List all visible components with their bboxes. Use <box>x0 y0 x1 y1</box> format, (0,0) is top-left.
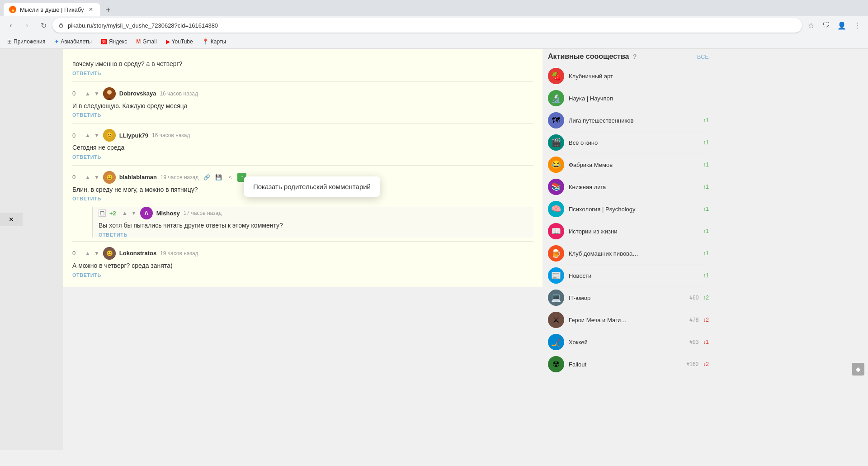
sidebar: Активные сооощества ? ВСЕ 🍓Клубничный ар… <box>542 49 714 450</box>
community-name: Лига путешественников <box>569 117 698 124</box>
comment-4-reply[interactable]: ОТВЕТИТЬ <box>72 196 533 201</box>
comment-3-vote-down[interactable]: ▼ <box>94 132 99 138</box>
community-item[interactable]: 🧠Психология | Psychology↑1 <box>548 198 709 220</box>
address-bar[interactable]: pikabu.ru/story/myisli_v_dushe_7230628?c… <box>52 18 802 33</box>
community-icon: ☢ <box>548 356 564 372</box>
community-trend: ↑1 <box>703 117 709 124</box>
comments-container: почему именно в среду? а в четверг? ОТВЕ… <box>63 49 542 287</box>
community-item[interactable]: 😂Фабрика Мемов↑1 <box>548 154 709 176</box>
see-all-link[interactable]: ВСЕ <box>697 53 709 60</box>
comment-5-avatar: Λ <box>140 207 153 219</box>
active-tab[interactable]: 🔥 Мысли в душе | Пикабу ✕ <box>4 3 100 16</box>
parent-comment-tooltip: Показать родительский комментарий <box>244 176 380 197</box>
svg-point-2 <box>107 90 112 95</box>
community-icon: 📚 <box>548 179 564 195</box>
share-icon[interactable]: < <box>226 173 235 182</box>
comment-4-vote-up[interactable]: ▲ <box>85 174 90 181</box>
community-item[interactable]: 🍓Клубничный арт <box>548 65 709 87</box>
menu-button[interactable]: ⋮ <box>850 18 864 33</box>
avatar-img <box>103 87 116 100</box>
comment-2-body: И в следующую. Каждую среду месяца <box>72 102 533 111</box>
community-item[interactable]: 🍺Клуб домашних пивова…↑1 <box>548 243 709 265</box>
community-item[interactable]: 💻IT-юмор#60 ↑2 <box>548 287 709 309</box>
community-name: Хоккей <box>569 339 685 346</box>
comment-collapse-btn[interactable]: □ <box>99 209 106 217</box>
comment-2-username[interactable]: Dobrovskaya <box>119 90 156 97</box>
community-item[interactable]: 🎬Всё о кино↑1 <box>548 132 709 154</box>
comment-6-vote-up[interactable]: ▲ <box>85 250 90 257</box>
back-button[interactable]: ‹ <box>4 18 18 33</box>
comment-2-avatar <box>103 87 116 100</box>
comment-3-vote-up[interactable]: ▲ <box>85 132 90 138</box>
comment-4-vote-down[interactable]: ▼ <box>94 174 99 181</box>
community-name: IT-юмор <box>569 295 685 301</box>
forward-button[interactable]: › <box>20 18 34 33</box>
nav-bar: ‹ › ↻ pikabu.ru/story/myisli_v_dushe_723… <box>0 16 868 34</box>
community-item[interactable]: ☢Fallout#162 ↓2 <box>548 353 709 376</box>
new-tab-button[interactable]: + <box>102 4 114 16</box>
bookmark-avia[interactable]: ✈ Авиабилеты <box>51 37 95 47</box>
comment-2-vote-down[interactable]: ▼ <box>94 90 99 97</box>
bookmark-apps[interactable]: ⊞ Приложения <box>4 37 49 47</box>
community-badge: #93 <box>689 339 698 345</box>
comment-5-reply[interactable]: ОТВЕТИТЬ <box>99 232 533 238</box>
community-item[interactable]: ⚔Герои Меча и Маги…#78 ↓2 <box>548 309 709 331</box>
bookmark-star-button[interactable]: ☆ <box>804 18 818 33</box>
community-name: Fallout <box>569 361 682 368</box>
maps-icon: 📍 <box>202 38 209 45</box>
comment-5-vote-down[interactable]: ▼ <box>131 210 137 216</box>
bookmark-gmail[interactable]: M Gmail <box>132 37 160 47</box>
sidebar-title: Активные сооощества ? <box>548 52 637 61</box>
comment-6-vote-down[interactable]: ▼ <box>94 250 99 257</box>
profile-button[interactable]: 👤 <box>835 18 849 33</box>
comment-1-reply[interactable]: ОТВЕТИТЬ <box>72 71 533 76</box>
community-trend: ↑1 <box>703 228 709 234</box>
comment-2-reply[interactable]: ОТВЕТИТЬ <box>72 112 533 118</box>
comment-3-body: Сегодня не среда <box>72 143 533 152</box>
community-item[interactable]: 🏒Хоккей#93 ↓1 <box>548 331 709 353</box>
comment-6-avatar: 😊 <box>103 247 116 260</box>
comment-5-username[interactable]: Mishosy <box>156 210 180 217</box>
comment-6-username[interactable]: Lokonstratos <box>119 250 156 257</box>
comment-6-reply[interactable]: ОТВЕТИТЬ <box>72 272 533 278</box>
scroll-to-top-button[interactable]: ◆ <box>852 363 864 376</box>
comment-1: почему именно в среду? а в четверг? ОТВЕ… <box>72 54 533 80</box>
bookmark-yandex[interactable]: Я Яндекс <box>97 37 131 47</box>
comment-3-username[interactable]: LLlypuk79 <box>119 132 148 139</box>
community-icon: 🗺 <box>548 112 564 128</box>
comment-6: 0 ▲ ▼ 😊 Lokonstratos 19 часов назад А мо… <box>72 243 533 281</box>
comment-4-avatar: 😐 <box>103 171 116 184</box>
comment-5-body: Вы хотя бы пытались читать другие ответы… <box>99 221 533 230</box>
comment-4-username[interactable]: blablablaman <box>119 174 157 181</box>
community-icon: 🏒 <box>548 334 564 350</box>
comment-1-body: почему именно в среду? а в четверг? <box>72 60 533 69</box>
community-name: Клубничный арт <box>569 73 709 80</box>
comment-2-vote-up[interactable]: ▲ <box>85 90 90 97</box>
comment-5-timestamp: 17 часов назад <box>184 210 222 216</box>
bookmark-youtube[interactable]: ▶ YouTube <box>162 37 197 47</box>
community-icon: 📰 <box>548 267 564 284</box>
refresh-button[interactable]: ↻ <box>36 18 51 33</box>
community-item[interactable]: 📖Истории из жизни↑1 <box>548 220 709 243</box>
tab-close-button[interactable]: ✕ <box>87 6 94 13</box>
comment-5-vote-up[interactable]: ▲ <box>122 210 127 216</box>
comment-3-reply[interactable]: ОТВЕТИТЬ <box>72 154 533 160</box>
sidebar-help-icon[interactable]: ? <box>633 53 637 60</box>
comment-3-timestamp: 16 часов назад <box>152 132 190 138</box>
community-icon: 🍓 <box>548 68 564 84</box>
community-name: Клуб домашних пивова… <box>569 250 698 257</box>
link-icon[interactable]: 🔗 <box>202 173 211 182</box>
community-item[interactable]: 📚Книжная лига↑1 <box>548 176 709 198</box>
community-item[interactable]: 🔬Наука | Научпоп <box>548 87 709 109</box>
communities-list: 🍓Клубничный арт🔬Наука | Научпоп🗺Лига пут… <box>548 65 709 376</box>
avatar-img-4: 😐 <box>103 171 116 184</box>
community-item[interactable]: 🗺Лига путешественников↑1 <box>548 109 709 132</box>
community-item[interactable]: 📰Новости↑1 <box>548 265 709 287</box>
comment-2-score: 0 <box>72 90 81 97</box>
left-close-button[interactable]: ✕ <box>0 213 23 226</box>
bookmark-maps[interactable]: 📍 Карты <box>198 37 230 47</box>
save-icon[interactable]: 💾 <box>214 173 223 182</box>
avatar-img-6: 😊 <box>103 247 116 260</box>
tab-title: Мысли в душе | Пикабу <box>20 6 84 13</box>
extension-button[interactable]: 🛡 <box>819 18 834 33</box>
